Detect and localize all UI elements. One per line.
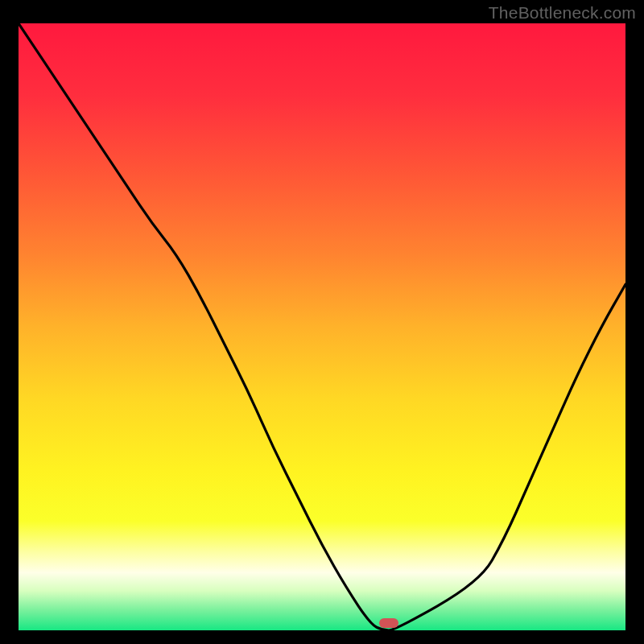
chart-canvas: TheBottleneck.com <box>0 0 644 644</box>
optimal-marker <box>379 618 398 628</box>
bottleneck-curve <box>19 23 625 630</box>
attribution-text: TheBottleneck.com <box>489 3 636 23</box>
plot-frame <box>19 23 625 630</box>
